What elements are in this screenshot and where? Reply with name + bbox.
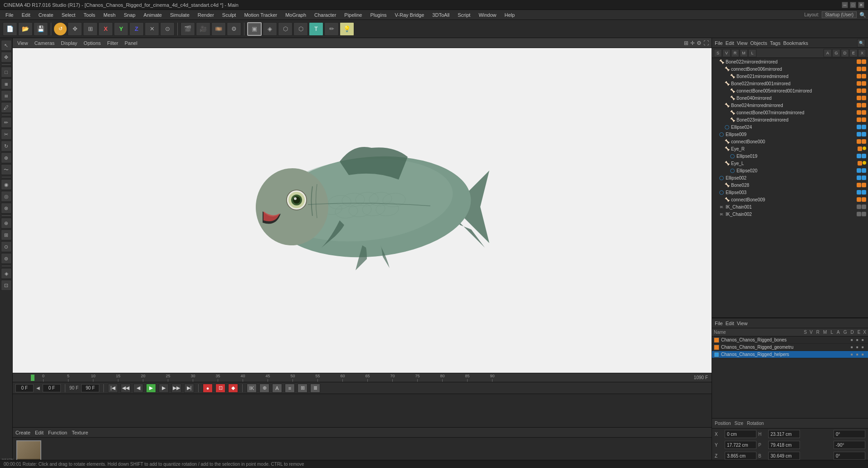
- obj-panel-view[interactable]: View: [737, 40, 748, 46]
- lt-cut[interactable]: ✂: [1, 129, 12, 140]
- edge-mode-btn[interactable]: ⬡: [278, 22, 293, 36]
- obj-panel-file[interactable]: File: [715, 40, 723, 46]
- close-button[interactable]: ✕: [858, 2, 864, 8]
- obj-item-connectbone007mm[interactable]: 🦴 connectBone007mirroredmirrored: [712, 109, 868, 116]
- timeline-btn[interactable]: ≡: [285, 384, 295, 393]
- menu-mesh[interactable]: Mesh: [100, 11, 119, 19]
- obj-item-ellipse002[interactable]: ◯ Ellipse002: [712, 174, 868, 181]
- lt-pencil[interactable]: ✏: [1, 117, 12, 128]
- lt-bottom2[interactable]: ⊡: [1, 280, 12, 291]
- obj-tb-1[interactable]: S: [714, 49, 722, 57]
- point-mode-btn[interactable]: ⬡: [293, 22, 308, 36]
- obj-tb-x[interactable]: X: [858, 49, 866, 57]
- obj-item-bone023mm[interactable]: 🦴 Bone023mirroredmirrored: [712, 116, 868, 123]
- poly-mode-btn[interactable]: ◈: [263, 22, 277, 36]
- attr-edit[interactable]: Edit: [726, 321, 734, 326]
- vp-settings-icon[interactable]: ⚙: [697, 40, 702, 46]
- obj-tb-e[interactable]: E: [849, 49, 858, 57]
- vp-menu-display[interactable]: Display: [59, 40, 79, 46]
- menu-animate[interactable]: Animate: [140, 11, 166, 19]
- menu-window[interactable]: Window: [475, 11, 500, 19]
- menu-mograph[interactable]: MoGraph: [282, 11, 310, 19]
- lt-move[interactable]: ✥: [1, 52, 12, 63]
- ik-btn[interactable]: IK: [247, 384, 257, 393]
- viewport-canvas[interactable]: [13, 48, 712, 373]
- menu-snap[interactable]: Snap: [120, 11, 139, 19]
- axis-y[interactable]: Y: [114, 22, 128, 36]
- menu-vray[interactable]: V-Ray Bridge: [391, 11, 428, 19]
- go-end-btn[interactable]: ▶|: [184, 384, 194, 393]
- obj-tb-a[interactable]: A: [824, 49, 832, 57]
- key-btn[interactable]: ◆: [228, 384, 238, 393]
- rotate-mode[interactable]: ↺: [54, 23, 67, 35]
- obj-item-ellipse020[interactable]: ◯ Ellipse020: [712, 167, 868, 174]
- prev-key-btn[interactable]: ◀: [133, 384, 143, 393]
- pos-y-input[interactable]: [725, 441, 756, 449]
- light-btn[interactable]: 💡: [340, 22, 354, 36]
- menu-script[interactable]: Script: [454, 11, 474, 19]
- save-btn[interactable]: 💾: [34, 22, 48, 36]
- anim-btn[interactable]: A: [272, 384, 282, 393]
- rot-y-input[interactable]: [834, 441, 865, 449]
- current-frame-input[interactable]: [43, 384, 61, 392]
- obj-item-connectbone009[interactable]: 🦴 connectBone009: [712, 196, 868, 203]
- obj-item-bone022mm[interactable]: 🦴 Bone022mirroredmirrored: [712, 58, 868, 65]
- cross-btn[interactable]: ✕: [145, 22, 159, 36]
- next-key-btn[interactable]: ▶: [159, 384, 169, 393]
- lt-sculpt2[interactable]: ◎: [1, 191, 12, 202]
- obj-item-eye-r[interactable]: 🦴 Eye_R: [712, 145, 868, 152]
- vp-menu-filter[interactable]: Filter: [105, 40, 120, 46]
- obj-item-connectbone006[interactable]: 🦴 connectBone006mirrored: [712, 65, 868, 73]
- size-z-input[interactable]: [768, 452, 800, 460]
- vp-menu-panel[interactable]: Panel: [123, 40, 139, 46]
- obj-tb-2[interactable]: V: [722, 49, 731, 57]
- menu-motion-tracker[interactable]: Motion Tracker: [240, 11, 281, 19]
- start-frame-input[interactable]: [15, 384, 34, 392]
- menu-create[interactable]: Create: [35, 11, 57, 19]
- menu-select[interactable]: Select: [58, 11, 79, 19]
- lt-group[interactable]: ⊞: [1, 229, 12, 240]
- obj-item-ellipse019[interactable]: ◯ Ellipse019: [712, 152, 868, 160]
- obj-mode-btn[interactable]: ▣: [247, 22, 262, 36]
- obj-item-bone024mm[interactable]: 🦴 Bone024mirroredmirrored: [712, 102, 868, 109]
- obj-tb-3[interactable]: R: [731, 49, 739, 57]
- timeline-expand-btn[interactable]: ⊞: [297, 384, 307, 393]
- attr-file[interactable]: File: [715, 321, 723, 326]
- obj-item-bone028[interactable]: 🦴 Bone028: [712, 181, 868, 189]
- obj-item-ellipse003[interactable]: ◯ Ellipse003: [712, 189, 868, 196]
- attr-view[interactable]: View: [737, 321, 748, 326]
- obj-item-ik-chain002[interactable]: IK IK_Chain002: [712, 210, 868, 218]
- attr-row-bones[interactable]: Chanos_Chanos_Rigged_bones ■ ■ ■: [712, 336, 868, 344]
- obj-item-bone040m[interactable]: 🦴 Bone040mirrored: [712, 94, 868, 102]
- obj-panel-tags[interactable]: Tags: [770, 40, 780, 46]
- lt-magnet[interactable]: ⊕: [1, 152, 12, 163]
- render-region[interactable]: 🎥: [196, 22, 210, 36]
- motion-btn[interactable]: ⊕: [259, 384, 269, 393]
- maximize-button[interactable]: □: [850, 2, 856, 8]
- obj-item-connectbone005m001m[interactable]: 🦴 connectBone005mirrored001mirrored: [712, 87, 868, 94]
- obj-tb-5[interactable]: L: [748, 49, 756, 57]
- auto-key-btn[interactable]: ⊡: [215, 384, 225, 393]
- menu-sculpt[interactable]: Sculpt: [219, 11, 240, 19]
- axis-x[interactable]: X: [98, 22, 113, 36]
- axis-z[interactable]: Z: [129, 22, 144, 36]
- menu-3dtoall[interactable]: 3DToAll: [429, 11, 453, 19]
- lt-loop[interactable]: ↻: [1, 141, 12, 151]
- lt-box[interactable]: □: [1, 67, 12, 78]
- obj-panel-edit[interactable]: Edit: [726, 40, 734, 46]
- minimize-button[interactable]: ─: [842, 2, 848, 8]
- new-btn[interactable]: 📄: [3, 22, 17, 36]
- obj-circle[interactable]: ⊙: [160, 22, 175, 36]
- size-y-input[interactable]: [768, 441, 800, 449]
- lt-tool2[interactable]: ⊚: [1, 253, 12, 264]
- attr-row-geometru[interactable]: Chanos_Chanos_Rigged_geometru ■ ■ ■: [712, 344, 868, 351]
- lt-select[interactable]: ↖: [1, 40, 12, 51]
- brush-btn[interactable]: ✏: [324, 22, 339, 36]
- lt-bottom1[interactable]: ◈: [1, 268, 12, 279]
- lt-twist[interactable]: ⊗: [1, 203, 12, 214]
- menu-character[interactable]: Character: [311, 11, 340, 19]
- obj-item-eye-l[interactable]: 🦴 Eye_L: [712, 160, 868, 167]
- obj-item-bone021mm[interactable]: 🦴 Bone021mirroredmirrored: [712, 73, 868, 80]
- vp-menu-options[interactable]: Options: [82, 40, 102, 46]
- vp-menu-view[interactable]: View: [15, 40, 30, 46]
